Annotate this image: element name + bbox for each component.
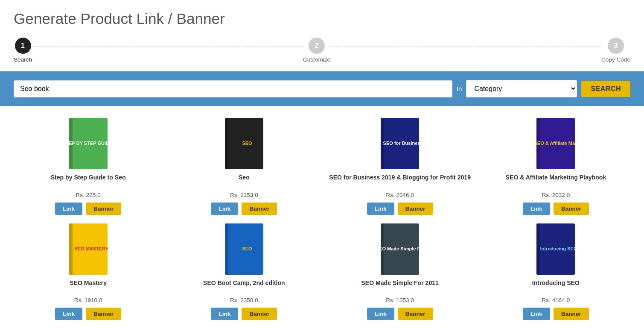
banner-button-3[interactable]: Banner <box>398 203 433 215</box>
link-button-3[interactable]: Link <box>367 203 394 215</box>
product-price-2: Rs. 2153.0 <box>230 192 258 198</box>
step-3: 3 Copy Code <box>601 38 630 63</box>
product-name-8: Introducing SEO <box>532 279 580 295</box>
product-card-2: SEO Seo Rs. 2153.0 Link Banner <box>169 118 318 215</box>
product-actions-3: Link Banner <box>367 203 433 215</box>
link-button-7[interactable]: Link <box>367 308 394 320</box>
link-button-2[interactable]: Link <box>211 203 238 215</box>
banner-button-7[interactable]: Banner <box>398 308 433 320</box>
step-2: 2 Customize <box>303 38 330 63</box>
product-image-6: SEO <box>225 223 263 275</box>
product-image-1: STEP BY STEP GUIDE T... <box>69 118 108 169</box>
product-image-3: SEO for Business <box>381 118 419 169</box>
svg-text:SEO & Affiliate Mark...: SEO & Affiliate Mark... <box>536 141 575 146</box>
banner-button-5[interactable]: Banner <box>86 308 121 320</box>
product-card-6: SEO SEO Boot Camp, 2nd edition Rs. 2350.… <box>169 223 318 320</box>
product-actions-6: Link Banner <box>211 308 277 320</box>
product-price-1: Rs. 225.0 <box>76 192 101 198</box>
page-title: Generate Product Link / Banner <box>0 0 644 34</box>
product-image-8: Introducing SEO <box>536 223 575 275</box>
product-card-4: SEO & Affiliate Mark... SEO & Affiliate … <box>481 118 630 215</box>
product-actions-2: Link Banner <box>211 203 277 215</box>
svg-text:SEO: SEO <box>228 246 263 251</box>
banner-button-8[interactable]: Banner <box>554 308 589 320</box>
step-1-label: Search <box>14 56 32 63</box>
category-select[interactable]: Category Books Electronics Clothing <box>466 80 577 97</box>
step-1-circle: 1 <box>15 38 31 54</box>
product-card-1: STEP BY STEP GUIDE T... Step by Step Gui… <box>14 118 163 215</box>
svg-text:SEO for Business: SEO for Business <box>381 141 419 146</box>
product-actions-1: Link Banner <box>55 203 121 215</box>
in-label: In <box>457 85 462 92</box>
banner-button-6[interactable]: Banner <box>242 308 277 320</box>
product-price-7: Rs. 1353.0 <box>386 297 414 303</box>
product-actions-5: Link Banner <box>55 308 121 320</box>
step-2-label: Customize <box>303 56 330 63</box>
product-name-1: Step by Step Guide to Seo <box>51 173 126 189</box>
link-button-4[interactable]: Link <box>523 203 550 215</box>
product-image-2: SEO <box>225 118 263 169</box>
step-line-2 <box>330 46 601 47</box>
link-button-5[interactable]: Link <box>55 308 82 320</box>
link-button-8[interactable]: Link <box>523 308 550 320</box>
product-price-6: Rs. 2350.0 <box>230 297 258 303</box>
step-1: 1 Search <box>14 38 32 63</box>
step-line-1 <box>32 46 303 47</box>
banner-button-2[interactable]: Banner <box>242 203 277 215</box>
product-image-5: SEO MASTERY <box>69 223 108 275</box>
product-name-6: SEO Boot Camp, 2nd edition <box>203 279 285 295</box>
svg-text:STEP BY STEP GUIDE T...: STEP BY STEP GUIDE T... <box>69 141 108 146</box>
banner-button-1[interactable]: Banner <box>86 203 121 215</box>
product-actions-4: Link Banner <box>523 203 589 215</box>
product-name-4: SEO & Affiliate Marketing Playbook <box>506 173 606 189</box>
stepper: 1 Search 2 Customize 3 Copy Code <box>0 34 644 71</box>
product-image-7: SEO Made Simple For ... <box>381 223 419 275</box>
svg-text:SEO Made Simple For ...: SEO Made Simple For ... <box>381 246 419 251</box>
link-button-1[interactable]: Link <box>55 203 82 215</box>
product-name-7: SEO Made Simple For 2011 <box>361 279 439 295</box>
product-card-7: SEO Made Simple For ... SEO Made Simple … <box>326 223 475 320</box>
product-price-3: Rs. 2046.0 <box>386 192 414 198</box>
product-name-3: SEO for Business 2019 & Blogging for Pro… <box>329 173 471 189</box>
svg-text:Introducing SEO: Introducing SEO <box>536 246 575 251</box>
search-input[interactable] <box>14 80 452 97</box>
product-price-4: Rs. 2032.0 <box>542 192 570 198</box>
product-card-3: SEO for Business SEO for Business 2019 &… <box>326 118 475 215</box>
svg-text:SEO MASTERY: SEO MASTERY <box>69 246 108 251</box>
step-3-label: Copy Code <box>601 56 630 63</box>
search-button[interactable]: SEARCH <box>581 81 630 97</box>
product-actions-8: Link Banner <box>523 308 589 320</box>
product-image-4: SEO & Affiliate Mark... <box>536 118 575 169</box>
product-price-5: Rs. 1910.0 <box>74 297 102 303</box>
products-grid: STEP BY STEP GUIDE T... Step by Step Gui… <box>0 106 644 329</box>
step-3-circle: 3 <box>608 38 624 54</box>
product-name-5: SEO Mastery <box>70 279 107 295</box>
product-name-2: Seo <box>239 173 250 189</box>
link-button-6[interactable]: Link <box>211 308 238 320</box>
search-bar: In Category Books Electronics Clothing S… <box>0 71 644 106</box>
product-actions-7: Link Banner <box>367 308 433 320</box>
banner-button-4[interactable]: Banner <box>554 203 589 215</box>
svg-text:SEO: SEO <box>228 141 263 146</box>
product-card-5: SEO MASTERY SEO Mastery Rs. 1910.0 Link … <box>14 223 163 320</box>
product-price-8: Rs. 4164.0 <box>542 297 570 303</box>
product-card-8: Introducing SEO Introducing SEO Rs. 4164… <box>481 223 630 320</box>
step-2-circle: 2 <box>309 38 325 54</box>
